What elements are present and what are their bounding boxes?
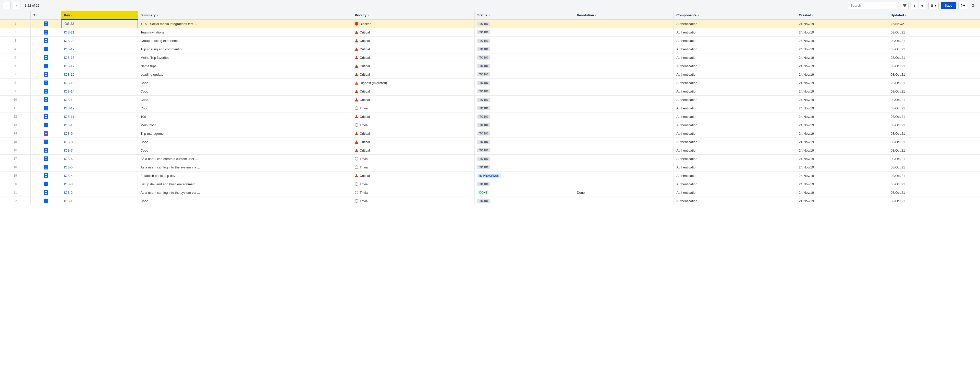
row-key[interactable]: IOS-20: [61, 37, 138, 45]
col-header-resolution[interactable]: Resolution ▾: [574, 11, 674, 19]
issue-key-link[interactable]: IOS-16: [64, 73, 74, 77]
table-row[interactable]: 4IOS-19Trip sharing and commentingCritic…: [0, 45, 980, 53]
issue-key-link[interactable]: IOS-10: [64, 123, 74, 127]
issue-key-link[interactable]: IOS-1: [64, 199, 73, 203]
row-type: [30, 70, 61, 79]
row-summary: Coco: [138, 104, 352, 112]
row-key[interactable]: IOS-10: [61, 121, 138, 130]
issue-key-link[interactable]: IOS-3: [64, 182, 73, 186]
type-icon: [44, 64, 48, 68]
table-row[interactable]: 21IOS-2As a user i can log into the syst…: [0, 189, 980, 197]
table-row[interactable]: 16IOS-7CocoCriticalTo DoAuthentication24…: [0, 146, 980, 155]
table-row[interactable]: 22IOS-1CocoTrivialTo DoAuthentication24/…: [0, 197, 980, 205]
created-sort-icon: ▾: [812, 14, 813, 17]
table-row[interactable]: 14✦IOS-9Trip managementCriticalTo DoAuth…: [0, 130, 980, 138]
table-row[interactable]: 1IOS-22TEST Social media integrations te…: [0, 19, 980, 28]
view-selector-button[interactable]: ⊞ ▾: [928, 2, 939, 9]
table-row[interactable]: 2IOS-21Team invitationsCriticalTo DoAuth…: [0, 28, 980, 37]
row-summary: Name trips: [138, 62, 352, 70]
row-number: 21: [0, 189, 30, 197]
row-key[interactable]: IOS-8: [61, 138, 138, 146]
issue-key-link[interactable]: IOS-20: [64, 39, 74, 43]
row-resolution: [574, 62, 674, 70]
row-key[interactable]: IOS-19: [61, 45, 138, 53]
col-header-key[interactable]: Key ▾: [61, 11, 138, 19]
row-key[interactable]: IOS-7: [61, 146, 138, 155]
issue-key-link[interactable]: IOS-22: [64, 22, 74, 26]
table-row[interactable]: 17IOS-6As a user i can create a custom u…: [0, 155, 980, 163]
issue-key-link[interactable]: IOS-12: [64, 106, 74, 110]
row-key[interactable]: IOS-21: [61, 28, 138, 37]
row-key[interactable]: IOS-22: [61, 19, 138, 28]
table-row[interactable]: 5IOS-18Meine Trip favoritesCriticalTo Do…: [0, 53, 980, 62]
row-key[interactable]: IOS-2: [61, 189, 138, 197]
issue-key-link[interactable]: IOS-6: [64, 157, 73, 161]
issue-key-link[interactable]: IOS-17: [64, 64, 74, 68]
row-components: Authentication: [674, 19, 796, 28]
row-key[interactable]: IOS-12: [61, 104, 138, 112]
settings-button[interactable]: ⚙: [969, 2, 977, 9]
issue-key-link[interactable]: IOS-14: [64, 90, 74, 93]
row-key[interactable]: IOS-9: [61, 130, 138, 138]
table-row[interactable]: 9IOS-14CocoCriticalTo DoAuthentication24…: [0, 87, 980, 96]
col-header-updated[interactable]: Updated ▾: [888, 11, 980, 19]
priority-label: Critical: [360, 64, 370, 68]
nav-forward-button[interactable]: ›: [13, 2, 21, 9]
table-row[interactable]: 20IOS-3Setup dev and and build environme…: [0, 180, 980, 189]
table-row[interactable]: 13IOS-10Mein CocoTrivialTo DoAuthenticat…: [0, 121, 980, 130]
row-key[interactable]: IOS-11: [61, 112, 138, 121]
table-row[interactable]: 7IOS-16Loading updateCriticalTo DoAuthen…: [0, 70, 980, 79]
sort-up-button[interactable]: ▲: [911, 2, 918, 9]
row-key[interactable]: IOS-14: [61, 87, 138, 96]
table-row[interactable]: 6IOS-17Name tripsCriticalTo DoAuthentica…: [0, 62, 980, 70]
col-header-rownum[interactable]: [0, 11, 30, 19]
svg-rect-24: [45, 107, 47, 109]
row-key[interactable]: IOS-13: [61, 96, 138, 104]
row-key[interactable]: IOS-3: [61, 180, 138, 189]
row-key[interactable]: IOS-4: [61, 171, 138, 180]
search-input[interactable]: [848, 2, 899, 9]
col-header-status[interactable]: Status ▾: [475, 11, 574, 19]
table-row[interactable]: 12IOS-11100CriticalTo DoAuthentication24…: [0, 112, 980, 121]
row-key[interactable]: IOS-6: [61, 155, 138, 163]
issue-key-link[interactable]: IOS-9: [64, 132, 73, 136]
sort-down-button[interactable]: ▼: [918, 2, 926, 9]
col-header-priority[interactable]: Priority ▾: [352, 11, 475, 19]
row-key[interactable]: IOS-1: [61, 197, 138, 205]
col-header-type[interactable]: T ▾: [30, 11, 61, 19]
table-row[interactable]: 15IOS-8CocoCriticalTo DoAuthentication24…: [0, 138, 980, 146]
help-button[interactable]: ? ▾: [958, 2, 967, 9]
table-row[interactable]: 19IOS-4Establish basic app devCriticalIn…: [0, 171, 980, 180]
issue-key-link[interactable]: IOS-19: [64, 47, 74, 51]
row-key[interactable]: IOS-5: [61, 163, 138, 171]
issue-key-link[interactable]: IOS-2: [64, 191, 73, 195]
row-key[interactable]: IOS-18: [61, 53, 138, 62]
issue-key-link[interactable]: IOS-18: [64, 56, 74, 59]
row-type: [30, 53, 61, 62]
issue-key-link[interactable]: IOS-13: [64, 98, 74, 102]
filter-icon-button[interactable]: [901, 2, 908, 9]
row-key[interactable]: IOS-16: [61, 70, 138, 79]
table-row[interactable]: 8IOS-15Coco 1Highest (migrated)To DoAuth…: [0, 79, 980, 87]
issue-key-link[interactable]: IOS-7: [64, 149, 73, 152]
issue-key-link[interactable]: IOS-4: [64, 174, 73, 178]
table-row[interactable]: 11IOS-12CocoTrivialTo DoAuthentication24…: [0, 104, 980, 112]
issue-key-link[interactable]: IOS-21: [64, 30, 74, 34]
table-row[interactable]: 3IOS-20Group booking experienceCriticalT…: [0, 37, 980, 45]
row-key[interactable]: IOS-15: [61, 79, 138, 87]
save-button[interactable]: Save: [941, 2, 956, 9]
col-header-created[interactable]: Created ▾: [796, 11, 888, 19]
col-header-components[interactable]: Components ▾: [674, 11, 796, 19]
priority-label: Critical: [360, 132, 370, 136]
issue-key-link[interactable]: IOS-5: [64, 165, 73, 169]
row-key[interactable]: IOS-17: [61, 62, 138, 70]
issue-key-link[interactable]: IOS-11: [64, 115, 74, 118]
issue-key-link[interactable]: IOS-8: [64, 140, 73, 144]
table-row[interactable]: 18IOS-5As a user i can log into the syst…: [0, 163, 980, 171]
issue-key-link[interactable]: IOS-15: [64, 81, 74, 85]
table-row[interactable]: 10IOS-13CocoCriticalTo DoAuthentication2…: [0, 96, 980, 104]
nav-back-button[interactable]: ‹: [3, 2, 11, 9]
row-summary: Trip sharing and commenting: [138, 45, 352, 53]
row-updated: 08/Oct/21: [888, 197, 980, 205]
col-header-summary[interactable]: Summary ▾: [138, 11, 352, 19]
